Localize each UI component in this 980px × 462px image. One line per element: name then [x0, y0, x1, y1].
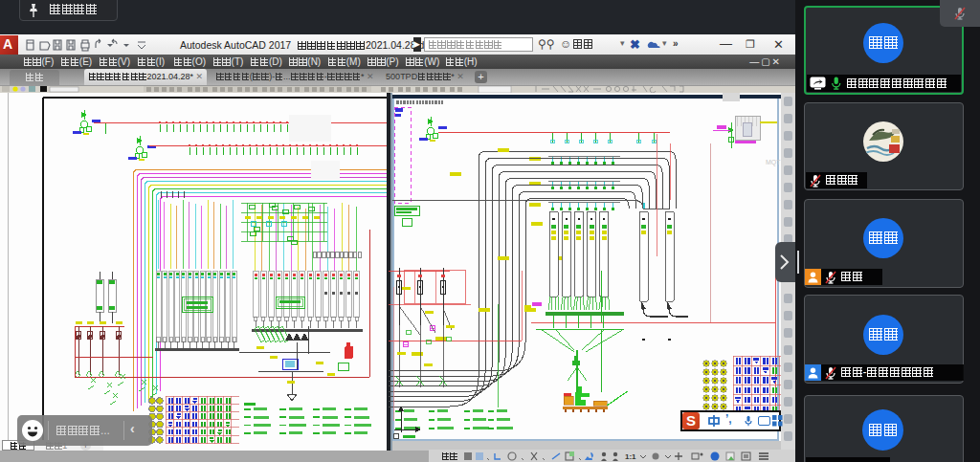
svg-text:MQT: MQT [766, 159, 781, 166]
svg-text:1:1: 1:1 [625, 452, 636, 461]
